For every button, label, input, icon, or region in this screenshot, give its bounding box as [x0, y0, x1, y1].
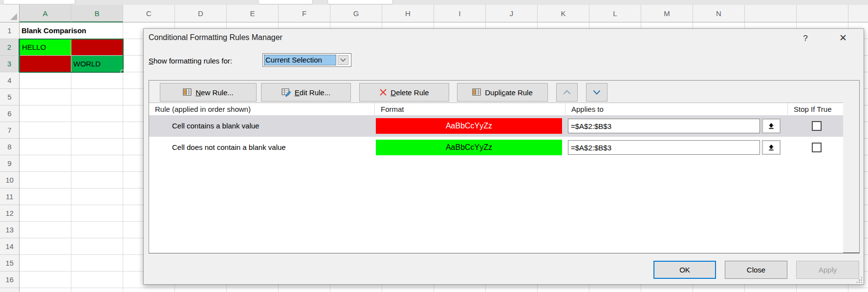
column-header-rule: Rule (applied in order shown): [149, 103, 375, 115]
column-header-b[interactable]: B: [71, 5, 123, 22]
row-headers-overflow: [0, 288, 19, 292]
stop-if-true-checkbox[interactable]: [812, 143, 822, 152]
applies-to-input[interactable]: [568, 119, 760, 133]
column-header-applies-to: Applies to: [565, 103, 788, 115]
new-rule-button[interactable]: New Rule...: [160, 83, 257, 102]
row-header-1[interactable]: 1: [0, 22, 19, 39]
edit-rule-label: Edit Rule...: [295, 88, 330, 97]
collapse-dialog-icon[interactable]: [762, 140, 781, 155]
duplicate-rule-button[interactable]: Duplicate Rule: [457, 83, 548, 102]
move-rule-down-button[interactable]: [586, 83, 608, 102]
column-header-m[interactable]: M: [641, 5, 693, 22]
delete-x-icon: [379, 88, 387, 96]
show-rules-label: Show formatting rules for:: [149, 54, 232, 67]
row-header-4[interactable]: 4: [0, 72, 19, 89]
excel-window: ABCDEFGHIJKLMN 12345678910111213141516 B…: [0, 0, 868, 292]
row-header-13[interactable]: 13: [0, 222, 19, 238]
rule-format-preview: AaBbCcYyZz: [376, 118, 562, 134]
row-header-12[interactable]: 12: [0, 205, 19, 222]
row-headers: 12345678910111213141516: [0, 22, 20, 292]
column-header-g[interactable]: G: [330, 5, 382, 22]
new-rule-table-icon: [183, 88, 192, 96]
edit-rule-button[interactable]: Edit Rule...: [261, 83, 351, 102]
column-header-format: Format: [375, 103, 565, 115]
column-header-h[interactable]: H: [382, 5, 434, 22]
column-header-e[interactable]: E: [227, 5, 279, 22]
rules-list: Rule (applied in order shown) Format App…: [149, 103, 843, 253]
column-header-f[interactable]: F: [279, 5, 330, 22]
cell-a2-text: HELLO: [20, 40, 71, 55]
formula-bar-box: [327, 0, 393, 4]
apply-button[interactable]: Apply: [796, 261, 859, 279]
rules-panel: New Rule... Edit Rule... Delete Rule: [149, 80, 860, 253]
column-header-a[interactable]: A: [20, 5, 71, 22]
column-header-d[interactable]: D: [175, 5, 227, 22]
cell-b3-text: WORLD: [71, 56, 123, 72]
row-header-16[interactable]: 16: [0, 271, 19, 288]
move-rule-up-button[interactable]: [556, 83, 578, 102]
rule-row-not-blank[interactable]: Cell does not contain a blank value AaBb…: [149, 137, 843, 158]
column-header-k[interactable]: K: [538, 5, 589, 22]
delete-rule-label: Delete Rule: [391, 88, 429, 97]
row-header-6[interactable]: 6: [0, 105, 19, 122]
rule-row-blank[interactable]: Cell contains a blank value AaBbCcYyZz: [149, 115, 843, 137]
row-header-8[interactable]: 8: [0, 139, 19, 155]
new-rule-label: New Rule...: [195, 88, 234, 97]
column-headers: ABCDEFGHIJKLMN: [20, 5, 868, 22]
rule-format-preview: AaBbCcYyZz: [376, 140, 562, 155]
name-box-bottom: [3, 0, 75, 4]
row-header-11[interactable]: 11: [0, 188, 19, 205]
help-button[interactable]: ?: [799, 32, 812, 45]
show-rules-dropdown[interactable]: Current Selection: [262, 53, 351, 67]
cell-a2[interactable]: HELLO: [20, 40, 71, 55]
delete-rule-button[interactable]: Delete Rule: [359, 83, 449, 102]
cell-b3[interactable]: WORLD: [71, 56, 123, 72]
select-all-corner[interactable]: [0, 5, 20, 22]
rule-name: Cell contains a blank value: [172, 115, 259, 137]
row-header-15[interactable]: 15: [0, 255, 19, 271]
column-header-stop-if-true: Stop If True: [788, 103, 843, 115]
chevron-down-icon: [593, 90, 601, 95]
edit-rule-pencil-icon: [282, 88, 291, 97]
cell-b2[interactable]: [71, 40, 123, 55]
duplicate-rule-table-icon: [472, 88, 481, 96]
column-header-j[interactable]: J: [486, 5, 538, 22]
row-header-3[interactable]: 3: [0, 56, 20, 72]
ok-button[interactable]: OK: [653, 261, 716, 279]
column-header-c[interactable]: C: [123, 5, 175, 22]
select-all-triangle: [10, 13, 17, 20]
column-letters: ABCDEFGHIJKLMN: [20, 5, 745, 22]
fill-handle[interactable]: [121, 70, 124, 73]
column-headers-overflow: [745, 5, 868, 22]
column-header-n[interactable]: N: [693, 5, 745, 22]
row-header-14[interactable]: 14: [0, 238, 19, 255]
chevron-down-icon[interactable]: [338, 55, 348, 65]
duplicate-rule-label: Duplicate Rule: [485, 88, 533, 97]
close-icon[interactable]: ✕: [835, 31, 851, 45]
chevron-up-icon: [563, 90, 571, 95]
close-button[interactable]: Close: [725, 261, 787, 279]
stop-if-true-checkbox[interactable]: [812, 121, 822, 131]
formula-bar-box: [258, 0, 313, 4]
cell-a1[interactable]: Blank Comparison: [22, 23, 122, 39]
collapse-dialog-icon[interactable]: [762, 119, 781, 133]
show-rules-dropdown-value: Current Selection: [264, 55, 336, 65]
column-header-i[interactable]: I: [434, 5, 486, 22]
column-header-l[interactable]: L: [589, 5, 641, 22]
row-header-10[interactable]: 10: [0, 172, 19, 188]
rule-name: Cell does not contain a blank value: [172, 137, 286, 158]
formula-bar-bottom-strip: [0, 0, 868, 5]
row-header-9[interactable]: 9: [0, 155, 19, 172]
row-header-2[interactable]: 2: [0, 39, 20, 56]
cell-a3[interactable]: [20, 56, 71, 72]
row-header-7[interactable]: 7: [0, 122, 19, 139]
row-header-5[interactable]: 5: [0, 89, 19, 105]
conditional-formatting-rules-manager-dialog: Conditional Formatting Rules Manager ? ✕…: [143, 28, 864, 285]
applies-to-input[interactable]: [568, 140, 760, 155]
dialog-title: Conditional Formatting Rules Manager: [149, 33, 282, 42]
